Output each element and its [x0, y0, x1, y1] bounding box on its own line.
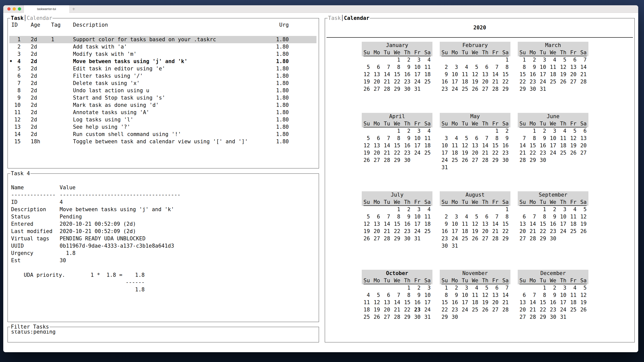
- task-row[interactable]: 142dRun custom shell command using '!'1.…: [9, 131, 316, 138]
- calendar-day: 18: [424, 220, 431, 228]
- detail-row-description: DescriptionMove between tasks using 'j' …: [11, 206, 319, 213]
- tab-task[interactable]: Task: [11, 15, 24, 21]
- calendar-day: 30: [540, 157, 546, 164]
- terminal-tab[interactable]: taskwarrior-tui: [24, 5, 69, 13]
- calendar-day: 9: [530, 64, 536, 71]
- task-row[interactable]: 92dStart and Stop task using 's'1.80: [9, 94, 316, 102]
- task-age: 2d: [31, 94, 51, 102]
- calendar-day: 2: [441, 213, 448, 220]
- detail-value: Pending: [60, 213, 82, 220]
- calendar-day: 1: [530, 127, 536, 135]
- calendar-day: 7: [492, 213, 498, 220]
- calendar-months: JanuarySuMoTuWeThFrSa1234567891011121314…: [362, 42, 588, 321]
- weekday-label: Su: [364, 49, 370, 56]
- calendar-day: 8: [492, 135, 498, 142]
- calendar-day: 10: [414, 213, 420, 220]
- task-row[interactable]: 112dAnnotate tasks using 'A'1.80: [9, 109, 316, 116]
- calendar-day: 22: [540, 228, 546, 235]
- task-row[interactable]: 22dAdd task with 'a'1.80: [9, 43, 316, 51]
- weekday-label: We: [550, 120, 556, 127]
- calendar-day: 26: [472, 85, 478, 93]
- calendar-day: 18: [364, 306, 370, 313]
- calendar-day: 28: [519, 157, 526, 164]
- task-id: 2: [11, 43, 21, 51]
- calendar-day: 1: [519, 56, 526, 64]
- calendar-day: 10: [452, 220, 458, 228]
- calendar-day: 14: [580, 64, 587, 71]
- calendar-day: 25: [462, 85, 468, 93]
- detail-name: UUID: [11, 242, 60, 250]
- close-button[interactable]: [7, 7, 11, 11]
- task-row[interactable]: •42dMove between tasks using 'j' and 'k'…: [9, 58, 316, 65]
- task-row[interactable]: 62dFilter tasks using '/'1.80: [9, 72, 316, 80]
- weekday-label: Tu: [540, 199, 546, 206]
- calendar-day: 7: [519, 135, 526, 142]
- calendar-day: 27: [384, 313, 390, 321]
- task-row[interactable]: 32dModify task with 'm'1.80: [9, 51, 316, 58]
- calendar-day: 10: [560, 292, 566, 299]
- weekday-label: Mo: [374, 49, 380, 56]
- calendar-year: 2020: [327, 18, 633, 38]
- calendar-day: [384, 127, 390, 135]
- filter-input[interactable]: status:pending: [8, 327, 319, 336]
- calendar-day: 22: [404, 306, 410, 313]
- task-age: 2d: [31, 109, 51, 116]
- calendar-day: [482, 313, 488, 321]
- calendar-week: 9101112131415: [441, 71, 509, 78]
- calendar-day: 21: [384, 149, 390, 157]
- calendar-day: 17: [441, 149, 448, 157]
- calendar-day: 10: [550, 135, 556, 142]
- calendar-day: 20: [374, 149, 380, 157]
- calendar-week: 27282930: [519, 235, 587, 242]
- calendar-day: 24: [550, 149, 556, 157]
- task-rows: 12d1Support color for tasks based on you…: [9, 36, 316, 145]
- weekday-label: Fr: [492, 199, 498, 206]
- tab-task[interactable]: Task: [328, 15, 341, 21]
- calendar-day: 5: [570, 127, 576, 135]
- calendar-day: 19: [364, 149, 370, 157]
- weekday-label: Tu: [384, 277, 390, 284]
- task-row[interactable]: 12d1Support color for tasks based on you…: [9, 36, 316, 43]
- calendar-day: 30: [441, 242, 448, 250]
- zoom-button[interactable]: [18, 7, 21, 11]
- detail-value: 1.8: [60, 250, 75, 257]
- task-row[interactable]: 82dUndo last action using u1.80: [9, 87, 316, 94]
- task-row[interactable]: 122dLog tasks using 'l'1.80: [9, 116, 316, 123]
- calendar-day: 19: [580, 220, 587, 228]
- calendar-week: 567891011: [364, 64, 431, 71]
- calendar-day: 17: [452, 228, 458, 235]
- calendar-day: 20: [580, 142, 587, 149]
- calendar-day: 8: [404, 292, 410, 299]
- detail-value: Move between tasks using 'j' and 'k': [60, 206, 174, 213]
- calendar-day: 5: [560, 56, 566, 64]
- calendar-day: 14: [482, 142, 488, 149]
- calendar-day: [374, 56, 380, 64]
- calendar-day: 7: [530, 213, 536, 220]
- new-tab-button[interactable]: +: [72, 7, 75, 12]
- task-row[interactable]: 52dEdit task in editor using 'e'1.80: [9, 65, 316, 72]
- calendar-day: 9: [414, 292, 420, 299]
- task-row[interactable]: 132dSee help using '?'1.80: [9, 123, 316, 131]
- task-row[interactable]: 1518hToggle between task and calendar vi…: [9, 138, 316, 145]
- calendar-day: 4: [462, 64, 468, 71]
- detail-value: 4: [60, 199, 63, 206]
- weekday-label: We: [472, 277, 478, 284]
- weekday-label: Fr: [492, 49, 498, 56]
- calendar-day: 21: [519, 149, 526, 157]
- task-tag: [51, 51, 73, 58]
- task-row[interactable]: 102dMark task as done using 'd'1.80: [9, 102, 316, 109]
- task-row[interactable]: 72dDelete task using 'x'1.80: [9, 80, 316, 87]
- tab-calendar[interactable]: Calendar: [344, 15, 369, 21]
- weekday-row: SuMoTuWeThFrSa: [441, 49, 509, 56]
- calendar-week: 12345: [519, 206, 587, 213]
- month-april: AprilSuMoTuWeThFrSa123456789101112131415…: [362, 113, 432, 164]
- detail-row-urgency: Urgency 1.8: [11, 250, 319, 257]
- calendar-day: 29: [502, 235, 509, 242]
- minimize-button[interactable]: [13, 7, 16, 11]
- calendar-day: 20: [472, 149, 478, 157]
- calendar-day: 22: [519, 78, 526, 85]
- calendar-day: 24: [560, 306, 566, 313]
- tab-calendar[interactable]: Calendar: [27, 15, 52, 21]
- task-id: 7: [11, 80, 21, 87]
- details-name-dashes: --------------: [11, 191, 60, 199]
